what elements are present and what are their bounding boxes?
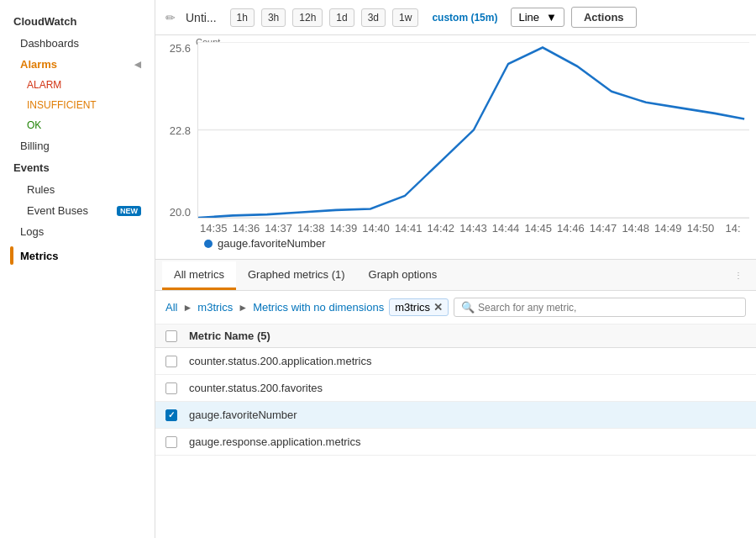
tab-all-metrics[interactable]: All metrics — [162, 261, 236, 290]
sidebar-events: Events — [0, 156, 155, 179]
table-row[interactable]: gauge.response.application.metrics — [155, 429, 756, 456]
filter-dimension-link[interactable]: Metrics with no dimensions — [253, 301, 384, 314]
sidebar-item-rules[interactable]: Rules — [0, 179, 155, 200]
search-icon: 🔍 — [461, 301, 475, 314]
sidebar-item-alarms-label: Alarms — [20, 58, 57, 71]
sidebar-item-metrics[interactable]: Metrics — [20, 250, 59, 262]
x-label-6: 14:41 — [392, 222, 425, 235]
sidebar-item-event-buses[interactable]: Event Buses NEW — [0, 200, 155, 221]
header-checkbox[interactable] — [165, 330, 177, 342]
x-label-13: 14:48 — [619, 222, 652, 235]
metric-name-header: Metric Name (5) — [189, 330, 746, 342]
filter-arrow-2: ► — [238, 302, 248, 314]
tabs-bar: All metrics Graphed metrics (1) Graph op… — [155, 259, 756, 291]
row-metric-name-3: gauge.response.application.metrics — [189, 435, 746, 448]
filter-bar: All ► m3trics ► Metrics with no dimensio… — [155, 291, 756, 324]
table-header: Metric Name (5) — [155, 324, 756, 348]
row-metric-name-1: counter.status.200.favorites — [189, 382, 746, 394]
x-label-8: 14:43 — [457, 222, 490, 235]
y-label-top: 25.6 — [170, 42, 191, 55]
legend-label: gauge.favoriteNumber — [218, 237, 326, 250]
sidebar-item-alarm-sub[interactable]: ALARM — [0, 75, 155, 95]
line-dropdown-icon: ▼ — [546, 11, 557, 24]
topbar: ✏ Unti... 1h 3h 12h 1d 3d 1w custom (15m… — [155, 0, 756, 35]
header-checkbox-col — [165, 330, 189, 342]
alarms-arrow-icon: ◀ — [134, 60, 141, 69]
filter-tag-remove[interactable]: ✕ — [433, 301, 443, 314]
sidebar-item-dashboards[interactable]: Dashboards — [0, 33, 155, 54]
row-checkbox-col-0 — [165, 356, 189, 367]
line-type-select[interactable]: Line ▼ — [511, 8, 564, 27]
resize-handle-icon[interactable]: ⋮ — [727, 271, 749, 280]
x-label-12: 14:47 — [587, 222, 620, 235]
row-checkbox-3[interactable] — [165, 436, 177, 448]
time-btn-custom[interactable]: custom (15m) — [425, 8, 504, 27]
row-checkbox-col-3 — [165, 436, 189, 448]
metrics-table: Metric Name (5) counter.status.200.appli… — [155, 324, 756, 538]
chart-svg — [198, 42, 749, 218]
time-btn-1w[interactable]: 1w — [392, 8, 418, 27]
actions-button[interactable]: Actions — [571, 7, 637, 28]
row-checkbox-col-1 — [165, 382, 189, 394]
chart-area: Count 25.6 22.8 20.0 — [155, 35, 756, 259]
filter-namespace-link[interactable]: m3trics — [197, 301, 233, 314]
x-label-15: 14:50 — [685, 222, 717, 235]
sidebar: CloudWatch Dashboards Alarms ◀ ALARM INS… — [0, 0, 155, 538]
x-label-14: 14:49 — [652, 222, 685, 235]
checkmark-icon: ✓ — [168, 410, 175, 419]
x-label-7: 14:42 — [424, 222, 457, 235]
row-checkbox-col-2: ✓ — [165, 409, 189, 421]
x-axis-labels: 14:35 14:36 14:37 14:38 14:39 14:40 14:4… — [197, 220, 749, 235]
tab-graphed-metrics[interactable]: Graphed metrics (1) — [236, 261, 357, 290]
search-box: 🔍 — [454, 298, 746, 317]
filter-tag: m3trics ✕ — [389, 298, 449, 316]
table-row[interactable]: counter.status.200.application.metrics — [155, 348, 756, 375]
metrics-active-bar — [10, 246, 13, 265]
x-label-11: 14:46 — [554, 222, 587, 235]
chart-legend: gauge.favoriteNumber — [162, 235, 749, 253]
y-label-bot: 20.0 — [170, 206, 191, 219]
time-btn-12h[interactable]: 12h — [292, 8, 323, 27]
sidebar-brand: CloudWatch — [0, 10, 155, 33]
y-axis-labels: 25.6 22.8 20.0 — [162, 42, 194, 219]
main-content: ✏ Unti... 1h 3h 12h 1d 3d 1w custom (15m… — [155, 0, 756, 538]
time-btn-1d[interactable]: 1d — [329, 8, 354, 27]
x-label-3: 14:38 — [295, 222, 328, 235]
table-row[interactable]: counter.status.200.favorites — [155, 375, 756, 402]
filter-all-link[interactable]: All — [165, 301, 177, 314]
row-checkbox-0[interactable] — [165, 356, 177, 367]
search-input[interactable] — [478, 302, 738, 314]
filter-tag-label: m3trics — [395, 301, 430, 314]
legend-dot — [204, 240, 213, 248]
x-label-9: 14:44 — [490, 222, 522, 235]
x-label-1: 14:36 — [230, 222, 263, 235]
edit-icon[interactable]: ✏ — [165, 11, 176, 24]
x-label-5: 14:40 — [360, 222, 392, 235]
time-btn-3h[interactable]: 3h — [261, 8, 286, 27]
x-label-4: 14:39 — [328, 222, 360, 235]
time-btn-1h[interactable]: 1h — [230, 8, 255, 27]
x-label-10: 14:45 — [522, 222, 554, 235]
sidebar-item-ok[interactable]: OK — [0, 115, 155, 135]
row-checkbox-1[interactable] — [165, 382, 177, 394]
x-label-16: 14: — [717, 222, 749, 235]
sidebar-item-billing[interactable]: Billing — [0, 135, 155, 156]
tab-graph-options[interactable]: Graph options — [357, 261, 449, 290]
dashboard-title: Unti... — [186, 11, 217, 24]
chart-inner — [197, 42, 749, 219]
time-btn-3d[interactable]: 3d — [361, 8, 386, 27]
line-type-label: Line — [518, 11, 539, 24]
y-label-mid: 22.8 — [170, 124, 191, 137]
filter-arrow-1: ► — [182, 302, 192, 314]
event-buses-badge: NEW — [117, 206, 141, 216]
row-metric-name-0: counter.status.200.application.metrics — [189, 355, 746, 367]
table-row[interactable]: ✓ gauge.favoriteNumber — [155, 402, 756, 429]
row-checkbox-2[interactable]: ✓ — [165, 409, 177, 421]
chart-container: 25.6 22.8 20.0 14:35 — [162, 42, 749, 235]
sidebar-item-insufficient[interactable]: INSUFFICIENT — [0, 95, 155, 115]
event-buses-label: Event Buses — [27, 204, 88, 217]
sidebar-item-logs[interactable]: Logs — [0, 221, 155, 242]
x-label-2: 14:37 — [262, 222, 295, 235]
sidebar-item-alarms[interactable]: Alarms ◀ — [0, 54, 155, 75]
row-metric-name-2: gauge.favoriteNumber — [189, 409, 746, 421]
